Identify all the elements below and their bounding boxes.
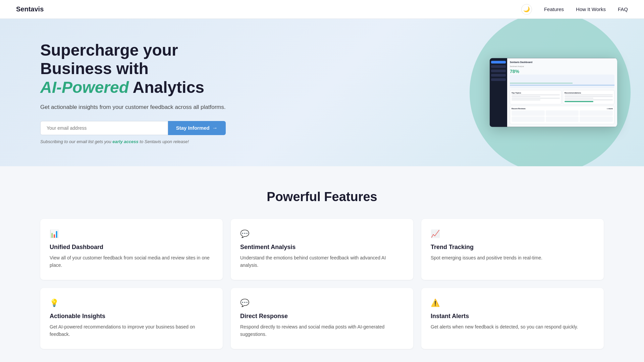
hero-section: Supercharge your Business with AI-Powere… (0, 19, 644, 166)
mock-title: Sentavis Dashboard (510, 61, 614, 63)
dashboard-mock: Sentavis Dashboard Sentiment Analysis 78… (490, 58, 617, 127)
feature-desc: Respond directly to reviews and social m… (240, 323, 404, 338)
mock-metric: 78% (510, 69, 614, 74)
theme-toggle[interactable]: 🌙 (521, 4, 532, 15)
feature-desc: Get alerts when new feedback is detected… (431, 323, 594, 330)
feature-icon: 💡 (50, 299, 213, 307)
mock-box-topics: Top Topics (510, 90, 561, 105)
feature-name: Unified Dashboard (50, 244, 213, 251)
features-grid: 📊 Unified Dashboard View all of your cus… (40, 219, 604, 349)
feature-name: Trend Tracking (431, 244, 594, 251)
feature-name: Direct Response (240, 313, 404, 320)
mock-chart (510, 75, 614, 88)
feature-card: 💬 Sentiment Analysis Understand the emot… (231, 219, 413, 280)
mock-main: Sentavis Dashboard Sentiment Analysis 78… (507, 58, 617, 127)
hero-title: Supercharge your Business with AI-Powere… (40, 41, 226, 97)
moon-icon: 🌙 (523, 6, 530, 12)
hero-note: Subscribing to our email list gets you e… (40, 139, 226, 144)
feature-icon: 📊 (50, 230, 213, 238)
feature-desc: Get AI-powered recommendations to improv… (50, 323, 213, 338)
email-input[interactable] (40, 121, 168, 135)
feature-icon: ⚠️ (431, 299, 594, 307)
mock-row-1: Top Topics Recommendations (510, 90, 614, 105)
nav-how-it-works[interactable]: How It Works (576, 6, 606, 12)
hero-visual: Sentavis Dashboard Sentiment Analysis 78… (490, 58, 617, 127)
feature-card: 💡 Actionable Insights Get AI-powered rec… (40, 288, 223, 349)
mock-box-recs: Recommendations (563, 90, 614, 105)
hero-title-green: AI-Powered (40, 78, 129, 96)
nav-faq[interactable]: FAQ (618, 6, 628, 12)
nav-links: 🌙 Features How It Works FAQ (521, 4, 628, 15)
navbar: Sentavis 🌙 Features How It Works FAQ (0, 0, 644, 19)
mock-sidebar (490, 58, 507, 127)
logo: Sentavis (16, 5, 44, 13)
hero-form: Stay Informed → (40, 121, 226, 135)
feature-icon: 💬 (240, 299, 404, 307)
hero-content: Supercharge your Business with AI-Powere… (40, 41, 226, 144)
feature-name: Sentiment Analysis (240, 244, 404, 251)
early-access-label: early access (112, 139, 138, 144)
feature-desc: Spot emerging issues and positive trends… (431, 254, 594, 261)
cta-label: Stay Informed (176, 125, 210, 131)
cta-button[interactable]: Stay Informed → (168, 121, 226, 135)
features-section: Powerful Features 📊 Unified Dashboard Vi… (0, 166, 644, 362)
feature-card: 📈 Trend Tracking Spot emerging issues an… (421, 219, 604, 280)
feature-name: Instant Alerts (431, 313, 594, 320)
feature-card: ⚠️ Instant Alerts Get alerts when new fe… (421, 288, 604, 349)
mock-subtitle: Sentiment Analysis (510, 65, 614, 67)
feature-card: 📊 Unified Dashboard View all of your cus… (40, 219, 223, 280)
feature-name: Actionable Insights (50, 313, 213, 320)
feature-desc: Understand the emotions behind customer … (240, 254, 404, 269)
hero-title-rest: Analytics (129, 78, 204, 96)
feature-icon: 📈 (431, 230, 594, 238)
hero-subtitle: Get actionable insights from your custom… (40, 103, 226, 112)
features-title: Powerful Features (40, 190, 604, 204)
arrow-icon: → (212, 125, 218, 131)
feature-desc: View all of your customer feedback from … (50, 254, 213, 269)
mock-reviews: Recent Reviews + more (510, 106, 614, 124)
feature-card: 💬 Direct Response Respond directly to re… (231, 288, 413, 349)
nav-features[interactable]: Features (544, 6, 564, 12)
feature-icon: 💬 (240, 230, 404, 238)
